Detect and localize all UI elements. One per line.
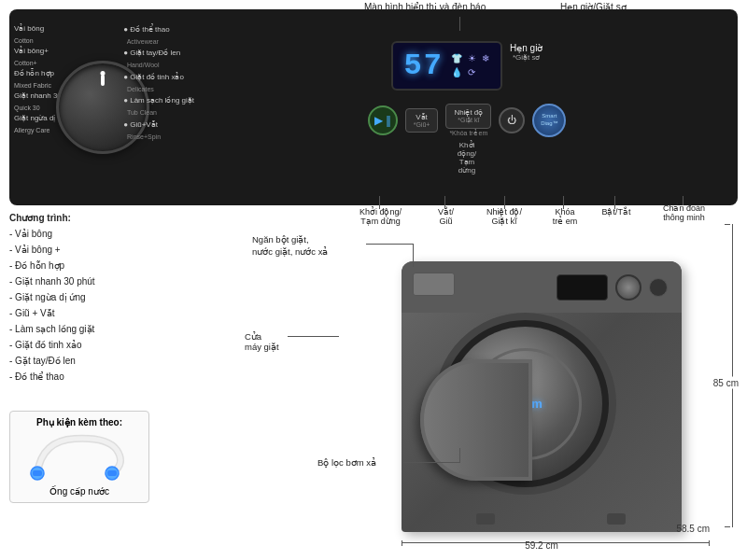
display-arrow bbox=[459, 17, 460, 31]
program-item-3: - Đồ hỗn hợp bbox=[9, 258, 243, 273]
temp-button[interactable]: Nhiệt độ *Giặt kĩ bbox=[445, 104, 491, 129]
smart-diag-wrapper: SmartDiag™ bbox=[532, 104, 566, 137]
door-arrow-h bbox=[288, 336, 339, 337]
start-pause-sublabel: Khởi động/ Tạm dừng bbox=[452, 141, 482, 175]
start-pause-arrow bbox=[379, 196, 380, 209]
childlock-note: *Khóa trẻ em bbox=[445, 130, 491, 137]
spin-label: Vắt bbox=[414, 113, 430, 121]
washer-foot-right bbox=[607, 513, 626, 525]
program-item-9: - Gặt tay/Đồ len bbox=[9, 353, 243, 369]
washer-power-btn bbox=[649, 278, 668, 297]
display-icons: 👕 ☀ ❄ 💧 ⟳ bbox=[451, 53, 489, 77]
program-item-4: - Giặt nhanh 30 phút bbox=[9, 273, 243, 289]
drain-annotation: Bộ lọc bơm xả bbox=[317, 457, 376, 468]
dim-tick-left bbox=[402, 540, 402, 546]
power-button[interactable]: ⏻ bbox=[499, 107, 525, 133]
soap-drawer bbox=[413, 273, 455, 296]
tshirt-icon: 👕 bbox=[451, 53, 462, 63]
label-cotton-plus2: Cotton+ bbox=[14, 58, 78, 68]
temp-arrow bbox=[504, 196, 505, 209]
smart-diag-arrow bbox=[683, 196, 684, 205]
svg-rect-1 bbox=[33, 470, 42, 476]
program-item-5: - Giặt ngừa dị ứng bbox=[9, 289, 243, 305]
label-rinsespin2: Rinse+Spin bbox=[123, 132, 194, 143]
snowflake-icon: ❄ bbox=[482, 53, 489, 63]
dial-area: Vải bông Cotton Vải bông+ Cotton+ Đồ hỗn… bbox=[9, 19, 196, 196]
display-screen: 57 👕 ☀ ❄ 💧 ⟳ bbox=[391, 41, 502, 91]
door-annotation: Cửa máy giặt bbox=[245, 331, 279, 352]
childlock-arrow bbox=[563, 196, 564, 209]
program-item-1: - Vải bông bbox=[9, 226, 243, 242]
drain-arrow-v bbox=[459, 448, 460, 463]
accessory-item-label: Ống cấp nước bbox=[16, 486, 143, 497]
dim-tick-top bbox=[725, 224, 730, 225]
label-cotton2: Cotton bbox=[14, 35, 78, 46]
drain-arrow-h bbox=[403, 462, 459, 463]
drop-icon: 💧 bbox=[451, 67, 462, 77]
label-tubclean2: Tub Clean bbox=[123, 107, 194, 119]
smart-diag-label: SmartDiag™ bbox=[541, 113, 557, 126]
power-arrow bbox=[614, 196, 615, 209]
washer-small-dial bbox=[615, 274, 641, 301]
washer-small-display bbox=[557, 274, 608, 301]
washer-area: 28 cm 85 cm 59.2 cm 58.5 cm bbox=[345, 215, 738, 551]
spin-arrow bbox=[444, 196, 445, 209]
start-pause-button[interactable]: ▶ ‖ bbox=[368, 105, 398, 135]
timer-label-text: Hẹn giờ bbox=[510, 43, 543, 53]
washer-top-panel bbox=[402, 261, 682, 313]
dim-tick-bottom bbox=[725, 526, 730, 527]
soap-drawer-text: Ngăn bột giặt, nước giặt, nước xả bbox=[252, 233, 364, 259]
program-item-6: - Giũ + Vắt bbox=[9, 305, 243, 321]
accessory-title: Phụ kiện kèm theo: bbox=[16, 417, 143, 427]
timer-sub-text: *Giặt sơ bbox=[510, 53, 543, 62]
label-handwool: ● Giặt tay/Đồ len bbox=[123, 47, 194, 60]
dim-line-height bbox=[732, 224, 733, 527]
label-cotton: Vải bông bbox=[14, 23, 78, 35]
temp-label: Nhiệt độ bbox=[454, 108, 483, 117]
start-pause-wrapper: ▶ ‖ bbox=[368, 105, 398, 135]
soap-arrow-v bbox=[413, 244, 414, 267]
label-cotton-plus: Vải bông+ bbox=[14, 46, 78, 58]
washer-foot-left bbox=[476, 513, 495, 525]
drain-text: Bộ lọc bơm xả bbox=[317, 457, 376, 468]
height-label: 85 cm bbox=[712, 377, 740, 389]
dial-labels-right: ● Đồ thể thao Activewear ● Giặt tay/Đồ l… bbox=[123, 23, 194, 142]
soap-drawer-annotation: Ngăn bột giặt, nước giặt, nước xả bbox=[252, 233, 364, 259]
program-item-8: - Giặt đồ tinh xảo bbox=[9, 337, 243, 353]
power-wrapper: ⏻ bbox=[499, 107, 525, 133]
width-label: 59.2 cm bbox=[525, 540, 558, 551]
label-tubclean: ● Làm sạch lồng giặt bbox=[123, 94, 194, 107]
spin-sub: *Giũ+ bbox=[414, 121, 430, 128]
display-icon-row-2: 💧 ⟳ bbox=[451, 67, 489, 77]
display-number: 57 bbox=[404, 49, 444, 83]
label-handwool2: Hand/Wool bbox=[123, 60, 194, 71]
label-delicate: ● Giặt đồ tinh xảo bbox=[123, 71, 194, 84]
smart-diagnosis-button[interactable]: SmartDiag™ bbox=[532, 104, 566, 137]
label-sport: ● Đồ thể thao bbox=[123, 23, 194, 36]
control-buttons: ▶ ‖ Vắt *Giũ+ Nhiệt độ *Giặt kĩ *Khóa tr… bbox=[368, 104, 567, 137]
program-item-10: - Đồ thể thao bbox=[9, 369, 243, 385]
temp-sub: *Giặt kĩ bbox=[454, 117, 483, 124]
sun-icon: ☀ bbox=[468, 53, 476, 63]
display-area: 57 👕 ☀ ❄ 💧 ⟳ Hẹn giờ *Giặt sơ bbox=[196, 19, 738, 196]
soap-arrow-h bbox=[366, 244, 413, 245]
temp-wrapper: Nhiệt độ *Giặt kĩ *Khóa trẻ em bbox=[445, 104, 491, 137]
program-item-2: - Vải bông + bbox=[9, 242, 243, 258]
program-list-title: Chương trình: bbox=[9, 210, 243, 226]
spin-icon: ⟳ bbox=[468, 67, 475, 77]
control-panel: Vải bông Cotton Vải bông+ Cotton+ Đồ hỗn… bbox=[9, 9, 738, 205]
dim-tick-right bbox=[709, 540, 710, 546]
accessory-box: Phụ kiện kèm theo: Ống cấp nước bbox=[9, 411, 149, 503]
spin-wrapper: Vắt *Giũ+ bbox=[405, 108, 439, 133]
program-item-7: - Làm sạch lồng giặt bbox=[9, 321, 243, 337]
svg-rect-3 bbox=[107, 470, 117, 476]
washer-body: 28 cm bbox=[402, 261, 682, 532]
door-text: Cửa máy giặt bbox=[245, 331, 279, 352]
label-delicate2: Delicates bbox=[123, 84, 194, 95]
spin-button[interactable]: Vắt *Giũ+ bbox=[405, 108, 439, 133]
program-list: Chương trình: - Vải bông - Vải bông + - … bbox=[9, 210, 243, 385]
display-icon-row-1: 👕 ☀ ❄ bbox=[451, 53, 489, 63]
timer-display-label: Hẹn giờ *Giặt sơ bbox=[510, 43, 543, 62]
label-sport2: Activewear bbox=[123, 36, 194, 48]
label-rinsespin: ● Giũ+Vắt bbox=[123, 119, 194, 132]
